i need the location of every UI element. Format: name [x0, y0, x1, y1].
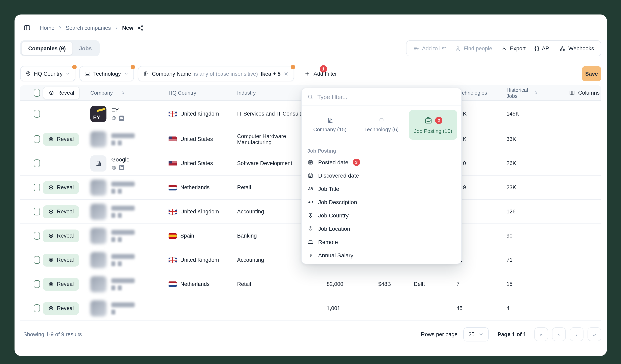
row-reveal-cell: Reveal — [43, 253, 88, 266]
historical-jobs-cell: 90 — [487, 233, 538, 239]
row-reveal-cell: Reveal — [43, 133, 88, 145]
chevron-down-icon — [66, 71, 70, 76]
historical-jobs-cell: 126 — [487, 208, 538, 215]
chip-value: Ikea + 5 — [261, 71, 280, 77]
filter-item-discovered-date[interactable]: Discovered date — [302, 169, 461, 182]
company-logo-blurred — [90, 204, 106, 220]
action-label: API — [542, 45, 551, 51]
first-page-button[interactable]: « — [534, 327, 548, 341]
filter-search[interactable]: Type filter... — [302, 88, 461, 106]
chevron-right-icon — [114, 25, 119, 30]
filter-item-label: Remote — [318, 238, 338, 245]
pin-icon — [307, 226, 314, 231]
columns-icon — [569, 90, 575, 96]
es-flag-icon — [169, 233, 177, 238]
filter-chip-company-name[interactable]: Company Nameis any of (case insensitive)… — [138, 66, 294, 81]
company-logo-blurred — [90, 252, 106, 268]
blurred-link-icon — [111, 285, 115, 290]
remove-filter-icon[interactable] — [283, 71, 289, 76]
website-icon[interactable] — [111, 165, 117, 170]
webhooks-button[interactable]: Webhooks — [555, 41, 598, 56]
page-indicator: Page 1 of 1 — [497, 331, 526, 337]
sidebar-toggle-icon[interactable] — [23, 24, 31, 32]
hq-country-cell: United Kingdom — [167, 208, 236, 215]
filter-item-job-country[interactable]: Job Country — [302, 208, 461, 222]
table-row: Reveal1,001454 — [20, 296, 601, 320]
reveal-button[interactable]: Reveal — [43, 181, 79, 194]
filter-item-job-title[interactable]: ABJob Title — [302, 182, 461, 195]
select-all-cell — [20, 89, 43, 97]
tab-jobs[interactable]: Jobs — [73, 42, 98, 55]
company-logo-blurred — [90, 300, 106, 316]
rows-per-page-select[interactable]: 25 — [463, 327, 488, 341]
add-to-list-button[interactable]: Add to list — [409, 41, 450, 56]
active-filter-dot — [72, 65, 77, 69]
breadcrumb-search-companies[interactable]: Search companies — [66, 25, 111, 31]
filter-category-technology-6-[interactable]: Technology (6) — [357, 110, 406, 140]
row-checkbox[interactable] — [34, 110, 40, 118]
row-checkbox[interactable] — [34, 184, 40, 191]
filter-item-remote[interactable]: Remote — [302, 235, 461, 248]
website-icon[interactable] — [111, 116, 117, 121]
last-page-button[interactable]: » — [587, 327, 601, 341]
breadcrumb-home[interactable]: Home — [40, 25, 54, 31]
reveal-button[interactable]: Reveal — [43, 253, 79, 266]
save-button[interactable]: Save — [582, 66, 601, 81]
filter-category-job-posting-10-[interactable]: 2Job Posting (10) — [409, 110, 457, 140]
category-label: Company (15) — [313, 127, 346, 132]
pagination: « ‹ › » — [534, 327, 601, 341]
columns-header-cell: Columns — [538, 90, 601, 96]
select-all-checkbox[interactable] — [34, 89, 40, 97]
reveal-label: Reveal — [57, 90, 74, 96]
filter-item-label: Posted date — [318, 159, 348, 165]
filter-item-posted-date[interactable]: Posted date3 — [302, 156, 461, 169]
filter-item-job-description[interactable]: ABJob Description — [302, 195, 461, 208]
row-reveal-cell: Reveal — [43, 205, 88, 218]
ab-icon: AB — [307, 187, 314, 191]
linkedin-icon[interactable]: in — [119, 165, 124, 170]
tab-companies-[interactable]: Companies (9) — [21, 42, 73, 55]
us-flag-icon — [169, 160, 177, 166]
rows-per-page-value: 25 — [468, 331, 474, 337]
reveal-button[interactable]: Reveal — [43, 278, 79, 290]
filter-item-job-technologies[interactable]: Job Technologies — [302, 262, 461, 264]
building-icon — [327, 117, 333, 123]
prev-page-button[interactable]: ‹ — [552, 327, 566, 341]
table-footer: Showing 1-9 of 9 results Rows per page 2… — [20, 326, 601, 342]
columns-button[interactable]: Columns — [569, 90, 600, 96]
linkedin-icon[interactable]: in — [119, 116, 124, 121]
row-checkbox[interactable] — [34, 280, 40, 288]
row-checkbox[interactable] — [34, 159, 40, 167]
historical-jobs-sort-icon[interactable] — [534, 90, 538, 95]
company-logo-blurred — [90, 228, 106, 244]
filter-chip-hq-country[interactable]: HQ Country — [20, 66, 76, 81]
filter-category-company-15-[interactable]: Company (15) — [306, 110, 354, 140]
row-checkbox[interactable] — [34, 256, 40, 264]
calendar-icon — [307, 173, 314, 178]
reveal-all-button[interactable]: Reveal — [43, 86, 80, 99]
export-button[interactable]: Export — [497, 41, 530, 56]
row-checkbox[interactable] — [34, 304, 40, 312]
webhook-icon — [559, 45, 566, 51]
find-people-button[interactable]: Find people — [450, 41, 497, 56]
row-select-cell — [20, 159, 43, 167]
reveal-button[interactable]: Reveal — [43, 133, 79, 145]
filter-item-annual-salary[interactable]: $Annual Salary — [302, 248, 461, 262]
add-filter-button[interactable]: Add Filter 1 — [302, 71, 339, 77]
row-checkbox[interactable] — [34, 208, 40, 215]
company-sort-icon[interactable] — [120, 90, 125, 95]
api-button[interactable]: { }API — [530, 41, 555, 56]
row-checkbox[interactable] — [34, 135, 40, 143]
filter-item-job-location[interactable]: Job Location — [302, 222, 461, 235]
reveal-button[interactable]: Reveal — [43, 302, 79, 315]
filter-categories: Company (15)Technology (6)2Job Posting (… — [302, 106, 461, 144]
reveal-button[interactable]: Reveal — [43, 205, 79, 218]
next-page-button[interactable]: › — [570, 327, 584, 341]
filter-chip-technology[interactable]: Technology — [80, 66, 134, 81]
company-header-label: Company — [90, 90, 113, 96]
row-select-cell — [20, 232, 43, 239]
reveal-button[interactable]: Reveal — [43, 229, 79, 242]
share-icon[interactable] — [137, 25, 143, 31]
filter-item-label: Job Location — [318, 225, 350, 232]
row-checkbox[interactable] — [34, 232, 40, 239]
